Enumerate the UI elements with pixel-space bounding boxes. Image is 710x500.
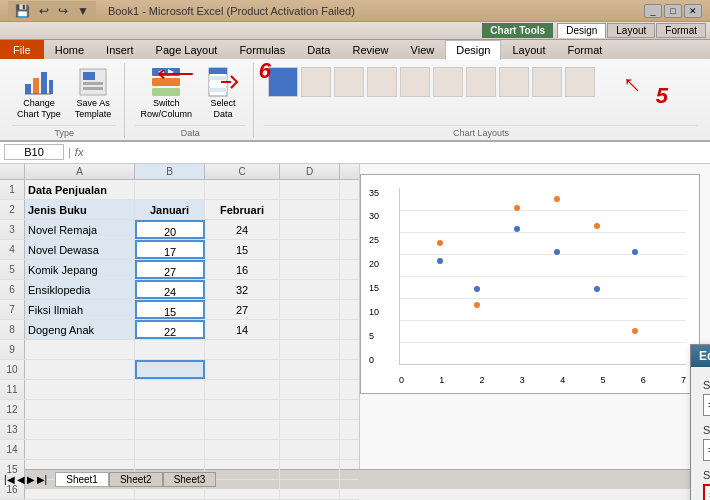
layout-10[interactable] (565, 67, 595, 97)
cell-9c[interactable] (205, 340, 280, 359)
first-sheet-btn[interactable]: |◀ (4, 474, 15, 485)
cell-8a[interactable]: Dogeng Anak (25, 320, 135, 339)
cell-15d[interactable] (280, 460, 340, 479)
series-name-input[interactable] (703, 394, 710, 416)
cell-11c[interactable] (205, 380, 280, 399)
name-box[interactable] (4, 144, 64, 160)
col-header-b[interactable]: B (135, 164, 205, 179)
tab-file[interactable]: File (0, 40, 44, 59)
cell-8d[interactable] (280, 320, 340, 339)
cell-7c[interactable]: 27 (205, 300, 280, 319)
tab-design[interactable]: Design (557, 23, 606, 38)
next-sheet-btn[interactable]: ▶ (27, 474, 35, 485)
sheet-tab-sheet3[interactable]: Sheet3 (163, 472, 217, 487)
cell-4a[interactable]: Novel Dewasa (25, 240, 135, 259)
series-y-input[interactable] (703, 484, 710, 500)
cell-14a[interactable] (25, 440, 135, 459)
last-sheet-btn[interactable]: ▶| (37, 474, 48, 485)
cell-3a[interactable]: Novel Remaja (25, 220, 135, 239)
cell-4c[interactable]: 15 (205, 240, 280, 259)
cell-9a[interactable] (25, 340, 135, 359)
formula-input[interactable] (87, 146, 706, 158)
cell-7a[interactable]: Fiksi Ilmiah (25, 300, 135, 319)
tab-page-layout[interactable]: Page Layout (145, 40, 229, 59)
layout-5[interactable] (400, 67, 430, 97)
layout-2[interactable] (301, 67, 331, 97)
cell-11b[interactable] (135, 380, 205, 399)
save-qat-btn[interactable]: 💾 (12, 3, 33, 19)
cell-16d[interactable] (280, 480, 340, 499)
cell-10b[interactable] (135, 360, 205, 379)
cell-12b[interactable] (135, 400, 205, 419)
cell-5b[interactable]: 27 (135, 260, 205, 279)
layout-3[interactable] (334, 67, 364, 97)
minimize-btn[interactable]: _ (644, 4, 662, 18)
cell-12a[interactable] (25, 400, 135, 419)
tab-design-main[interactable]: Design (445, 40, 501, 60)
tab-format-main[interactable]: Format (556, 40, 613, 59)
save-as-template-btn[interactable]: Save AsTemplate (70, 63, 117, 123)
tab-insert[interactable]: Insert (95, 40, 145, 59)
cell-12d[interactable] (280, 400, 340, 419)
cell-5c[interactable]: 16 (205, 260, 280, 279)
cell-5d[interactable] (280, 260, 340, 279)
cell-9b[interactable] (135, 340, 205, 359)
cell-6d[interactable] (280, 280, 340, 299)
layout-7[interactable] (466, 67, 496, 97)
cell-6b[interactable]: 24 (135, 280, 205, 299)
cell-1d[interactable] (280, 180, 340, 199)
cell-2b[interactable]: Januari (135, 200, 205, 219)
switch-row-column-btn[interactable]: SwitchRow/Column (135, 63, 197, 123)
cell-14c[interactable] (205, 440, 280, 459)
cell-10d[interactable] (280, 360, 340, 379)
tab-view[interactable]: View (400, 40, 446, 59)
redo-qat-btn[interactable]: ↪ (55, 3, 71, 19)
select-data-btn[interactable]: SelectData (201, 63, 245, 123)
cell-14b[interactable] (135, 440, 205, 459)
cell-3d[interactable] (280, 220, 340, 239)
cell-1a[interactable]: Data Penjualan Toko Buku Makmur (25, 180, 135, 199)
tab-layout[interactable]: Layout (607, 23, 655, 38)
cell-7d[interactable] (280, 300, 340, 319)
cell-4b[interactable]: 17 (135, 240, 205, 259)
cell-10a[interactable] (25, 360, 135, 379)
cell-3b[interactable]: 20 (135, 220, 205, 239)
cell-14d[interactable] (280, 440, 340, 459)
cell-6c[interactable]: 32 (205, 280, 280, 299)
tab-formulas[interactable]: Formulas (228, 40, 296, 59)
layout-1[interactable] (268, 67, 298, 97)
layout-4[interactable] (367, 67, 397, 97)
close-btn[interactable]: ✕ (684, 4, 702, 18)
sheet-tab-sheet1[interactable]: Sheet1 (55, 472, 109, 487)
prev-sheet-btn[interactable]: ◀ (17, 474, 25, 485)
cell-6a[interactable]: Ensiklopedia (25, 280, 135, 299)
cell-1b[interactable] (135, 180, 205, 199)
tab-format[interactable]: Format (656, 23, 706, 38)
undo-qat-btn[interactable]: ↩ (36, 3, 52, 19)
cell-13a[interactable] (25, 420, 135, 439)
qat-dropdown[interactable]: ▼ (74, 3, 92, 19)
col-header-a[interactable]: A (25, 164, 135, 179)
series-x-input[interactable] (703, 439, 710, 461)
layout-9[interactable] (532, 67, 562, 97)
chart-container[interactable]: 35 30 25 20 15 10 5 0 (360, 174, 700, 394)
col-header-c[interactable]: C (205, 164, 280, 179)
layout-6[interactable] (433, 67, 463, 97)
cell-2a[interactable]: Jenis Buku (25, 200, 135, 219)
cell-9d[interactable] (280, 340, 340, 359)
cell-11a[interactable] (25, 380, 135, 399)
cell-8b[interactable]: 22 (135, 320, 205, 339)
maximize-btn[interactable]: □ (664, 4, 682, 18)
col-header-d[interactable]: D (280, 164, 340, 179)
cell-1c[interactable] (205, 180, 280, 199)
tab-review[interactable]: Review (341, 40, 399, 59)
tab-data[interactable]: Data (296, 40, 341, 59)
cell-7b[interactable]: 15 (135, 300, 205, 319)
tab-home[interactable]: Home (44, 40, 95, 59)
change-chart-type-btn[interactable]: ChangeChart Type (12, 63, 66, 123)
layout-8[interactable] (499, 67, 529, 97)
cell-13b[interactable] (135, 420, 205, 439)
cell-10c[interactable] (205, 360, 280, 379)
cell-8c[interactable]: 14 (205, 320, 280, 339)
tab-layout-main[interactable]: Layout (501, 40, 556, 59)
